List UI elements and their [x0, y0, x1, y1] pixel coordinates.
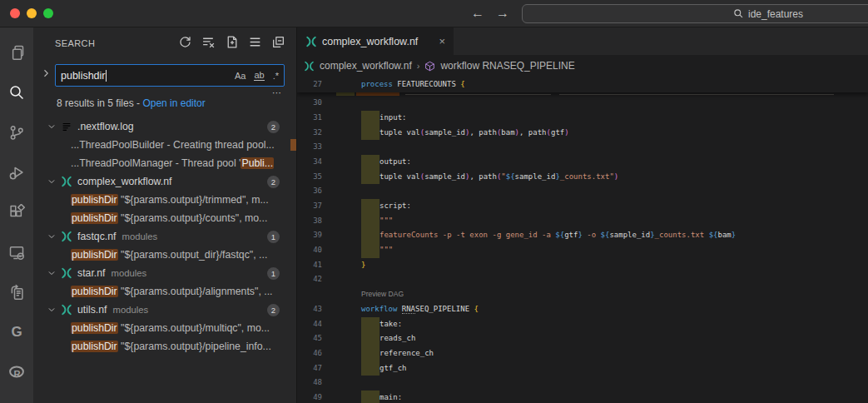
file-result-row[interactable]: utils.nfmodules2	[33, 301, 296, 319]
command-center-search[interactable]: ide_features	[522, 4, 868, 23]
line-number: 37	[297, 199, 322, 214]
search-query-text: publishdir	[61, 70, 106, 82]
line-number: 27	[297, 77, 322, 92]
codelens-row[interactable]: Preview DAG	[297, 287, 868, 302]
editor-group: complex_workflow.nf × complex_workflow.n…	[296, 27, 868, 403]
breadcrumb-file[interactable]: complex_workflow.nf	[320, 60, 412, 72]
activity-bar-item-gitlens[interactable]: G	[0, 312, 33, 352]
back-button[interactable]: ←	[469, 3, 487, 23]
search-icon	[733, 8, 744, 19]
breadcrumb-separator: ›	[417, 61, 420, 71]
toggle-replace-chevron-icon[interactable]	[41, 67, 51, 82]
match-count-badge: 2	[267, 121, 280, 133]
match-count-badge: 1	[267, 231, 280, 243]
code-line: 34output:	[297, 155, 868, 170]
line-number: 40	[297, 243, 322, 258]
line-number: 32	[297, 126, 322, 141]
activity-bar-item-search[interactable]	[0, 72, 33, 112]
code-line: 43workflow RNASEQ_PIPELINE {	[297, 302, 868, 317]
activity-bar-item-extensions[interactable]	[0, 192, 33, 232]
code-line: 38"""	[297, 214, 868, 229]
tab-complex-workflow[interactable]: complex_workflow.nf ×	[297, 27, 454, 55]
indent-guide-band	[361, 228, 379, 243]
code-line: 30	[297, 96, 868, 111]
line-number: 47	[297, 361, 322, 376]
refresh-button[interactable]	[177, 34, 193, 50]
code-line: 31input:	[297, 111, 868, 126]
whole-word-toggle[interactable]: ab	[254, 70, 264, 81]
match-result-row[interactable]: publishDir "${params.output_dir}/fastqc"…	[33, 246, 296, 264]
indent-guide-band	[361, 346, 379, 361]
open-in-editor-link[interactable]: Open in editor	[142, 97, 205, 109]
code-line: 39featureCounts -p -t exon -g gene_id -a…	[297, 228, 868, 243]
collapse-all-button[interactable]	[270, 34, 286, 50]
minimize-window-button[interactable]	[27, 8, 37, 18]
match-result-row[interactable]: publishDir "${params.output}/counts", mo…	[33, 209, 296, 227]
breadcrumb-symbol[interactable]: workflow RNASEQ_PIPELINE	[440, 60, 574, 72]
search-results-tree: .nextflow.log2...ThreadPoolBuilder - Cre…	[33, 117, 296, 356]
match-result-row[interactable]: ...ThreadPoolManager - Thread pool 'Publ…	[33, 154, 296, 172]
chevron-down-icon[interactable]	[47, 232, 56, 241]
refresh-icon	[178, 35, 192, 49]
line-number: 34	[297, 155, 322, 170]
chevron-down-icon[interactable]	[47, 306, 56, 314]
match-result-row[interactable]: publishDir "${params.output}/pipeline_in…	[33, 337, 296, 356]
nextflow-file-icon	[305, 36, 317, 47]
activity-bar-item-remote-explorer[interactable]	[0, 232, 33, 272]
line-number: 31	[297, 111, 322, 126]
title-bar: ← → ide_features	[0, 0, 868, 27]
match-result-row[interactable]: ...ThreadPoolBuilder - Creating thread p…	[33, 136, 296, 154]
activity-bar-item-run-and-debug[interactable]	[0, 152, 33, 192]
activity-bar: GR	[0, 27, 33, 403]
search-input[interactable]: publishdir Aa ab .*	[55, 64, 285, 87]
file-result-row[interactable]: complex_workflow.nf2	[33, 172, 296, 191]
activity-bar-item-r-language[interactable]: R	[0, 352, 33, 392]
open-new-search-editor-button[interactable]	[224, 34, 240, 50]
indent-guide-band	[361, 126, 379, 141]
nextflow-file-icon	[61, 304, 72, 316]
activity-bar-item-partial-bottom[interactable]	[0, 392, 33, 403]
regex-toggle[interactable]: .*	[273, 71, 279, 81]
log-file-icon	[61, 121, 72, 132]
match-highlight	[290, 139, 296, 151]
toggle-search-details-button[interactable]: ⋯	[272, 87, 283, 98]
file-name: .nextflow.log	[77, 121, 134, 132]
open-new-search-editor-icon	[225, 35, 239, 49]
match-result-row[interactable]: publishDir "${params.output}/alignments"…	[33, 282, 296, 301]
activity-bar-item-explorer[interactable]	[0, 32, 33, 72]
file-result-row[interactable]: star.nfmodules1	[33, 264, 296, 282]
file-name: complex_workflow.nf	[77, 176, 171, 187]
file-name: utils.nf	[77, 304, 107, 316]
line-number: 36	[297, 184, 322, 199]
command-center-label: ide_features	[748, 8, 803, 20]
zoom-window-button[interactable]	[43, 8, 53, 18]
file-result-row[interactable]: fastqc.nfmodules1	[33, 227, 296, 246]
indent-guide-band	[361, 199, 379, 214]
chevron-down-icon[interactable]	[47, 177, 56, 186]
close-window-button[interactable]	[10, 8, 20, 18]
indent-guide-band	[361, 391, 379, 403]
file-result-row[interactable]: .nextflow.log2	[33, 117, 296, 136]
activity-bar-item-source-control[interactable]	[0, 112, 33, 152]
indent-guide-band	[361, 111, 379, 126]
match-count-badge: 1	[267, 267, 280, 280]
tab-close-icon[interactable]: ×	[439, 35, 445, 47]
line-number: 42	[297, 272, 322, 287]
view-as-list-button[interactable]	[247, 34, 263, 50]
chevron-down-icon[interactable]	[47, 122, 56, 131]
match-result-row[interactable]: publishDir "${params.output}/multiqc", m…	[33, 319, 296, 337]
clear-search-results-button[interactable]	[201, 34, 216, 50]
activity-bar-item-task-references[interactable]	[0, 272, 33, 312]
match-highlight: publishDir	[71, 212, 118, 224]
code-editor[interactable]: 27process FEATURECOUNTS { 3031input:32tu…	[297, 77, 868, 403]
match-result-row[interactable]: publishDir "${params.output}/trimmed", m…	[33, 191, 296, 209]
match-highlight: publishDir	[71, 249, 118, 261]
indent-guide-band	[361, 155, 379, 170]
forward-button[interactable]: →	[494, 3, 512, 23]
match-highlight: publishDir	[71, 286, 118, 297]
match-case-toggle[interactable]: Aa	[235, 71, 246, 81]
sticky-scroll-line[interactable]: 27process FEATURECOUNTS {	[297, 77, 868, 92]
line-number: 41	[297, 258, 322, 273]
chevron-down-icon[interactable]	[47, 269, 56, 277]
line-number: 48	[297, 376, 322, 391]
